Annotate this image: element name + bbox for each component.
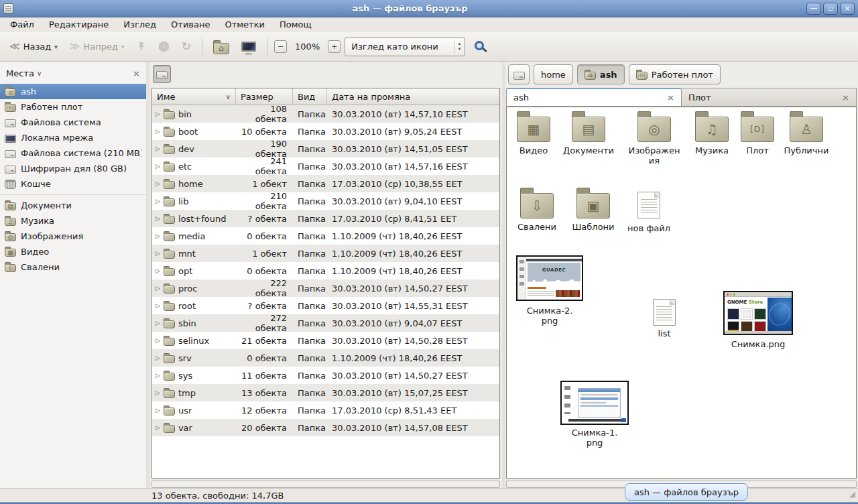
table-row[interactable]: ▷ lost+found ? обекта Папка 17.03.2010 (… — [152, 210, 499, 227]
back-button[interactable]: ≪ Назад ▾ — [5, 39, 62, 54]
home-button[interactable] — [213, 43, 229, 54]
file-label[interactable]: list — [641, 328, 688, 338]
zoom-out-button[interactable]: − — [274, 40, 287, 53]
file-snimka-2-thumbnail[interactable]: GUADEC — [516, 255, 583, 301]
folder-item[interactable]: Публични — [780, 110, 833, 155]
column-header-size[interactable]: Размер — [236, 88, 293, 105]
breadcrumb-button[interactable]: ash — [577, 64, 625, 84]
table-row[interactable]: ▷ bin 108 обекта Папка 30.03.2010 (вт) 1… — [152, 105, 499, 123]
file-label[interactable]: Снимка-1. png — [561, 428, 628, 448]
breadcrumb-button[interactable]: Работен плот — [629, 64, 721, 84]
expander-icon[interactable]: ▷ — [156, 407, 160, 414]
back-history-caret-icon[interactable]: ▾ — [54, 44, 58, 50]
table-row[interactable]: ▷ home 1 обект Папка 17.03.2010 (ср) 10,… — [152, 175, 499, 192]
sidebar-place-item[interactable]: Кошче — [0, 176, 146, 192]
select-spinner-icon[interactable]: ▴▾ — [454, 42, 465, 52]
folder-item[interactable]: Изображен ия — [617, 110, 691, 166]
folder-item[interactable]: Свалени — [510, 186, 564, 232]
sidebar-bookmark-item[interactable]: Видео — [0, 244, 146, 259]
sidebar-bookmark-item[interactable]: Музика — [0, 213, 146, 229]
expander-icon[interactable]: ▷ — [156, 180, 160, 187]
sidebar-place-item[interactable]: Локална мрежа — [0, 130, 146, 145]
table-row[interactable]: ▷ selinux 21 обекта Папка 30.03.2010 (вт… — [152, 332, 499, 349]
view-mode-select[interactable]: Изглед като икони ▴▾ — [345, 38, 465, 56]
table-row[interactable]: ▷ mnt 1 обект Папка 1.10.2009 (чт) 18,40… — [152, 245, 499, 262]
expander-icon[interactable]: ▷ — [156, 372, 160, 379]
folder-item[interactable]: Плот — [731, 110, 784, 155]
expander-icon[interactable]: ▷ — [156, 128, 160, 135]
table-row[interactable]: ▷ sbin 272 обекта Папка 30.03.2010 (вт) … — [152, 314, 499, 332]
expander-icon[interactable]: ▷ — [156, 145, 160, 152]
table-row[interactable]: ▷ var 20 обекта Папка 30.03.2010 (вт) 14… — [152, 419, 499, 436]
file-snimka-1-thumbnail[interactable] — [560, 381, 629, 425]
expander-icon[interactable]: ▷ — [156, 215, 160, 222]
forward-button[interactable]: ≫ Напред ▾ — [66, 39, 129, 54]
menu-item[interactable]: Отиване — [164, 17, 217, 32]
expander-icon[interactable]: ▷ — [156, 355, 160, 361]
breadcrumb-button[interactable]: home — [534, 64, 573, 84]
expander-icon[interactable]: ▷ — [156, 424, 160, 431]
expander-icon[interactable]: ▷ — [156, 163, 160, 170]
breadcrumb-root-button[interactable] — [508, 64, 530, 84]
menu-item[interactable]: Редактиране — [42, 17, 116, 32]
table-row[interactable]: ▷ media 0 обекта Папка 1.10.2009 (чт) 18… — [152, 227, 499, 245]
tab-close-icon[interactable]: × — [842, 92, 849, 103]
expander-icon[interactable]: ▷ — [156, 285, 160, 292]
expander-icon[interactable]: ▷ — [156, 320, 160, 326]
table-row[interactable]: ▷ srv 0 обекта Папка 1.10.2009 (чт) 18,4… — [152, 349, 499, 367]
table-row[interactable]: ▷ etc 241 обекта Папка 30.03.2010 (вт) 1… — [152, 158, 499, 175]
tab[interactable]: ash × — [506, 88, 682, 107]
close-button[interactable]: × — [840, 3, 855, 15]
zoom-in-button[interactable]: + — [328, 40, 341, 53]
folder-item[interactable]: нов файл — [622, 186, 676, 233]
expander-icon[interactable]: ▷ — [156, 267, 160, 274]
expander-icon[interactable]: ▷ — [156, 302, 160, 309]
file-snimka-thumbnail[interactable]: GNOME Store — [723, 291, 793, 335]
expander-icon[interactable]: ▷ — [156, 198, 160, 204]
sidebar-place-item[interactable]: Файлова система (210 MB) — [0, 145, 146, 161]
maximize-button[interactable]: ▫ — [823, 3, 838, 15]
table-row[interactable]: ▷ dev 190 обекта Папка 30.03.2010 (вт) 1… — [152, 140, 499, 158]
search-button[interactable] — [475, 41, 484, 50]
pane-splitter[interactable] — [502, 62, 505, 488]
menu-item[interactable]: Файл — [3, 17, 42, 32]
column-header-type[interactable]: Вид — [293, 88, 327, 105]
tab[interactable]: Плот × — [682, 88, 857, 107]
expander-icon[interactable]: ▷ — [156, 250, 160, 257]
sidebar-place-item[interactable]: Работен плот — [0, 99, 146, 115]
file-label[interactable]: Снимка-2. png — [516, 306, 583, 326]
expander-icon[interactable]: ▷ — [156, 337, 160, 344]
file-label[interactable]: Снимка.png — [728, 339, 788, 349]
reload-button[interactable]: ↻ — [178, 40, 195, 54]
folder-item[interactable]: Видео — [507, 110, 560, 155]
titlebar[interactable]: ash — файлов браузър — ▫ × — [0, 0, 858, 17]
up-button[interactable]: ↟ — [133, 40, 150, 54]
root-location-button[interactable] — [153, 65, 171, 83]
table-row[interactable]: ▷ opt 0 обекта Папка 1.10.2009 (чт) 18,4… — [152, 262, 499, 279]
sidebar-place-item[interactable]: Шифриран дял (80 GB) — [0, 161, 146, 176]
sidebar-bookmark-item[interactable]: Свалени — [0, 259, 146, 275]
menu-item[interactable]: Отметки — [217, 17, 271, 32]
table-row[interactable]: ▷ sys 11 обекта Папка 30.03.2010 (вт) 14… — [152, 367, 499, 384]
sidebar-bookmark-item[interactable]: Документи — [0, 198, 146, 213]
sidebar-place-item[interactable]: ash — [0, 84, 146, 99]
table-row[interactable]: ▷ lib 210 обекта Папка 30.03.2010 (вт) 9… — [152, 192, 499, 210]
file-list-icon[interactable] — [653, 299, 676, 326]
menu-item[interactable]: Изглед — [116, 17, 164, 32]
expander-icon[interactable]: ▷ — [156, 111, 160, 117]
column-header-name[interactable]: Име ∨ — [152, 88, 236, 105]
sidebar-bookmark-item[interactable]: Изображения — [0, 229, 146, 244]
minimize-button[interactable]: — — [806, 3, 821, 15]
folder-item[interactable]: Шаблони — [566, 186, 620, 232]
expander-icon[interactable]: ▷ — [156, 389, 160, 396]
resize-grip[interactable]: ◢ — [849, 489, 855, 499]
tab-close-icon[interactable]: × — [667, 92, 674, 103]
sidebar-title[interactable]: Места — [6, 68, 34, 78]
menu-item[interactable]: Помощ — [272, 17, 319, 32]
table-row[interactable]: ▷ root ? обекта Папка 30.03.2010 (вт) 14… — [152, 297, 499, 314]
sidebar-title-caret-icon[interactable]: ∨ — [37, 70, 42, 77]
table-row[interactable]: ▷ tmp 13 обекта Папка 30.03.2010 (вт) 15… — [152, 384, 499, 401]
table-row[interactable]: ▷ proc 222 обекта Папка 30.03.2010 (вт) … — [152, 279, 499, 297]
horizontal-scrollbar[interactable] — [151, 481, 500, 488]
sidebar-close-icon[interactable]: × — [133, 68, 140, 78]
